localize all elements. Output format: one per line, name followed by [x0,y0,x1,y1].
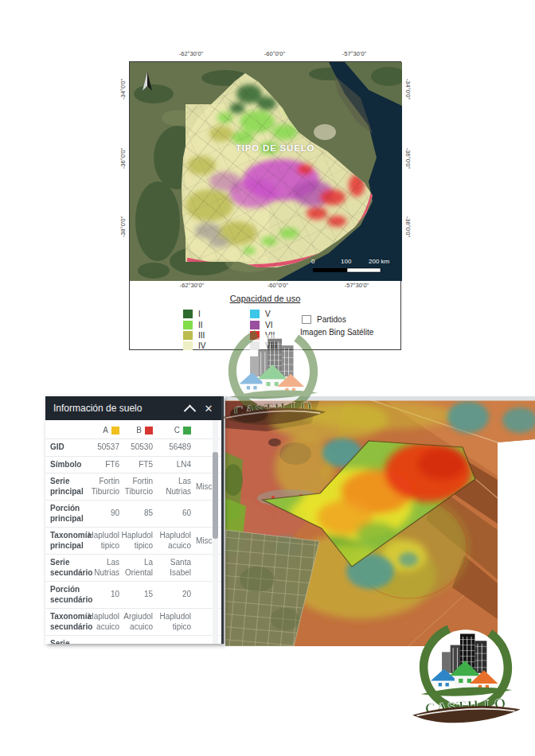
column-c-header: C [154,426,193,435]
column-b-header: B [121,426,154,435]
legend-title: Capacidad de uso [130,294,400,303]
svg-text:100: 100 [341,258,352,265]
y-tick-left: -38°0'0" [119,216,127,237]
y-tick-left: -34°0'0" [119,79,127,99]
y-tick-right: -36°0'0" [404,148,412,169]
satellite-map-viewport[interactable] [225,396,535,646]
y-tick-right: -38°0'0" [404,216,412,237]
column-b-swatch [145,427,153,435]
table-row: Porción secundário10 1520 [45,581,221,608]
table-row: Serie terciário Membrillar [45,635,221,644]
table-column-header-row: A B C [45,420,221,438]
legend-item-IV: IV [183,341,205,350]
page: -62°30'0" -60°0'0" -57°30'0" -34°0'0" -3… [0,0,535,756]
panel-header: Información de suelo ✕ [45,396,221,420]
map-title-overlay: TIPO DE SUELO [236,143,314,153]
table-row: Taxonomía principalHapludol tipico Haplu… [45,527,221,554]
legend-swatch [183,331,193,340]
panel-title: Información de suelo [53,403,180,414]
legend-swatch [250,310,260,318]
x-axis-bottom: -62°30'0" -60°0'0" -57°30'0" [130,282,400,291]
legend-item-V: V [250,309,271,318]
column-a-header: A [86,426,121,435]
column-a-swatch [111,427,119,435]
soil-table: A B C GID50537 5053056489 SímboloFT6 FT5… [45,420,221,644]
svg-text:0: 0 [311,258,315,265]
x-tick-bottom: -62°30'0" [180,282,204,289]
y-tick-right: -34°0'0" [404,79,412,99]
soil-map-image: TIPO DE SUELO 0 100 200 km [130,62,402,281]
legend-swatch [183,341,193,350]
figure-frame: TIPO DE SUELO 0 100 200 km -62°30'0" [129,61,401,350]
legend-swatch [183,321,193,329]
y-tick-left: -36°0'0" [119,148,127,169]
legend-item-III: III [183,330,205,340]
panel-scrollbar-thumb[interactable] [213,452,218,539]
chevron-up-icon [183,404,196,417]
x-tick-top: -57°30'0" [342,50,366,57]
castillo-watermark-logo [205,318,341,432]
legend-swatch [183,310,193,318]
satellite-map-image [225,396,535,646]
table-row: GID50537 5053056489 [45,438,221,456]
legend-item-I: I [183,309,201,318]
svg-text:200 km: 200 km [369,258,390,265]
legend-item-II: II [183,320,203,329]
x-tick-bottom: -57°30'0" [345,282,369,289]
table-row: Serie secundárioLas Nutrias La OrientalS… [45,554,221,581]
collapse-button[interactable] [180,399,199,418]
table-row: SímboloFT6 FT5LN4 [45,456,221,473]
x-tick-bottom: -60°0'0" [268,282,288,289]
table-row: Porción principal90 8560 [45,500,221,527]
castillo-logo [396,613,535,731]
soil-info-panel: Información de suelo ✕ A B C GID50537 [45,396,224,644]
table-row: Serie principalFortin Tiburcio Fortin Ti… [45,473,221,500]
x-tick-top: -60°0'0" [264,50,285,57]
table-row: Taxonomía secundárioHapludol acuico Argi… [45,608,221,635]
soil-type-figure: -62°30'0" -60°0'0" -57°30'0" -34°0'0" -3… [119,48,416,360]
column-c-swatch [183,427,191,435]
x-tick-top: -62°30'0" [179,50,203,57]
